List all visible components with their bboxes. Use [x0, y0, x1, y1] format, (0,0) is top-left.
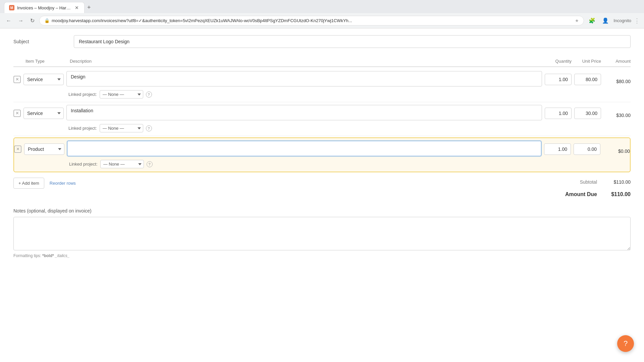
- item-description-2-wrapper: Installation: [66, 105, 542, 121]
- linked-project-3-wrapper: — None —: [100, 160, 144, 168]
- notes-section: Notes (optional, displayed on invoice) F…: [13, 208, 631, 258]
- linked-project-3-select[interactable]: — None —: [100, 160, 144, 168]
- item-quantity-1-wrapper: [545, 74, 572, 85]
- linked-project-1-wrapper: — None —: [100, 90, 143, 99]
- reorder-rows-button[interactable]: Reorder rows: [50, 181, 76, 186]
- subject-row: Subject: [13, 35, 631, 48]
- menu-button[interactable]: ⋮: [634, 17, 640, 24]
- item-description-1-input[interactable]: Design: [66, 71, 542, 86]
- subtotal-value: $110.00: [604, 179, 631, 185]
- notes-textarea[interactable]: [13, 217, 631, 250]
- tab-title: Invoices – Moodjoy – Harvest: [17, 5, 71, 10]
- linked-help-3-button[interactable]: ?: [147, 161, 153, 167]
- add-item-button[interactable]: + Add item: [13, 178, 44, 189]
- amount-due-row: Amount Due $110.00: [565, 191, 631, 197]
- item-type-3-wrapper: Service Product Expense Time: [24, 143, 64, 155]
- tab-favicon: M: [9, 5, 14, 10]
- reorder-rows-label: Reorder rows: [50, 181, 76, 186]
- linked-project-2-select[interactable]: — None —: [100, 124, 143, 132]
- actions-row: + Add item Reorder rows Subtotal $110.00: [13, 178, 631, 189]
- linked-project-2-wrapper: — None —: [100, 124, 143, 132]
- line-item-1: ✕ Service Product Expense Time Design $8…: [13, 68, 631, 102]
- item-amount-3: $0.00: [603, 144, 630, 154]
- subtotal-label: Subtotal: [580, 179, 597, 185]
- formatting-tips-text: Formatting tips: *bold* _italics_: [13, 253, 69, 258]
- th-quantity: Quantity: [545, 59, 572, 64]
- linked-label-1: Linked project:: [68, 92, 97, 97]
- item-description-1-wrapper: Design: [66, 71, 542, 87]
- item-price-1-input[interactable]: [574, 74, 601, 85]
- item-description-3-wrapper: [67, 141, 541, 157]
- line-item-1-linked: Linked project: — None — ?: [13, 90, 631, 102]
- item-type-2-select[interactable]: Service Product Expense Time: [23, 108, 64, 119]
- browser-chrome: M Invoices – Moodjoy – Harvest ✕ + ← → ↻…: [0, 0, 644, 28]
- amount-due-value: $110.00: [604, 191, 631, 197]
- remove-item-2-button[interactable]: ✕: [13, 110, 21, 117]
- item-price-3-wrapper: [574, 143, 600, 155]
- item-price-2-input[interactable]: [574, 108, 601, 119]
- tab-close-button[interactable]: ✕: [74, 5, 79, 10]
- item-price-2-wrapper: [574, 108, 601, 119]
- totals-section: Subtotal $110.00: [580, 179, 631, 187]
- browser-tabs: M Invoices – Moodjoy – Harvest ✕ +: [0, 0, 644, 13]
- item-type-3-select[interactable]: Service Product Expense Time: [24, 143, 64, 155]
- formatting-tips: Formatting tips: *bold* _italics_: [13, 253, 631, 258]
- line-item-2-main: ✕ Service Product Expense Time Installat…: [13, 102, 631, 124]
- help-fab-button[interactable]: ?: [617, 335, 634, 350]
- linked-project-1-select[interactable]: — None —: [100, 90, 143, 99]
- item-amount-1: $80.00: [604, 75, 631, 84]
- incognito-label: Incognito: [613, 18, 631, 23]
- page-content: Subject Item Type Description Quantity U…: [0, 28, 644, 350]
- item-type-1-select[interactable]: Service Product Expense Time: [23, 74, 64, 85]
- add-item-label: + Add item: [18, 181, 39, 186]
- item-quantity-3-input[interactable]: [544, 143, 571, 155]
- subject-input[interactable]: [74, 35, 631, 48]
- profile-button[interactable]: 👤: [600, 16, 611, 25]
- item-quantity-2-wrapper: [545, 108, 572, 119]
- actions-left: + Add item Reorder rows: [13, 178, 76, 189]
- th-item-type: Item Type: [13, 59, 67, 64]
- subject-label: Subject: [13, 39, 67, 44]
- extensions-button[interactable]: 🧩: [587, 16, 597, 25]
- line-item-2-linked: Linked project: — None — ?: [13, 124, 631, 136]
- item-quantity-1-input[interactable]: [545, 74, 572, 85]
- line-item-3-linked: Linked project: — None — ?: [14, 160, 630, 172]
- address-text: moodjoy.harvestapp.com/invoices/new?utf8…: [52, 18, 573, 23]
- item-quantity-3-wrapper: [544, 143, 571, 155]
- active-tab: M Invoices – Moodjoy – Harvest ✕: [4, 2, 85, 13]
- line-item-3-main: ✕ Service Product Expense Time $0.00: [14, 138, 630, 160]
- new-tab-button[interactable]: +: [85, 2, 93, 13]
- item-price-1-wrapper: [574, 74, 601, 85]
- item-quantity-2-input[interactable]: [545, 108, 572, 119]
- address-bar[interactable]: 🔒 moodjoy.harvestapp.com/invoices/new?ut…: [39, 16, 584, 25]
- notes-label: Notes (optional, displayed on invoice): [13, 208, 631, 214]
- amount-due-label: Amount Due: [565, 191, 597, 197]
- th-description: Description: [67, 59, 545, 64]
- table-header: Item Type Description Quantity Unit Pric…: [13, 56, 631, 67]
- linked-label-3: Linked project:: [69, 162, 98, 167]
- th-amount: Amount: [604, 59, 631, 64]
- bookmark-star[interactable]: ★: [575, 18, 579, 23]
- item-price-3-input[interactable]: [574, 143, 600, 155]
- line-item-1-main: ✕ Service Product Expense Time Design $8…: [13, 68, 631, 90]
- linked-help-2-button[interactable]: ?: [146, 125, 152, 131]
- line-item-3: ✕ Service Product Expense Time $0.00: [13, 137, 631, 172]
- remove-item-3-button[interactable]: ✕: [14, 145, 21, 153]
- subtotal-row: Subtotal $110.00: [580, 179, 631, 185]
- item-type-2-wrapper: Service Product Expense Time: [23, 108, 64, 119]
- remove-item-1-button[interactable]: ✕: [13, 76, 21, 83]
- th-unit-price: Unit Price: [574, 59, 601, 64]
- item-type-1-wrapper: Service Product Expense Time: [23, 74, 64, 85]
- item-description-2-input[interactable]: Installation: [66, 105, 542, 120]
- item-amount-2: $30.00: [604, 109, 631, 118]
- linked-help-1-button[interactable]: ?: [146, 92, 152, 98]
- forward-button[interactable]: →: [16, 16, 25, 25]
- item-description-3-input[interactable]: [67, 141, 541, 156]
- reload-button[interactable]: ↻: [28, 16, 37, 25]
- linked-label-2: Linked project:: [68, 126, 97, 131]
- line-item-2: ✕ Service Product Expense Time Installat…: [13, 102, 631, 136]
- browser-toolbar: ← → ↻ 🔒 moodjoy.harvestapp.com/invoices/…: [0, 13, 644, 28]
- back-button[interactable]: ←: [4, 16, 13, 25]
